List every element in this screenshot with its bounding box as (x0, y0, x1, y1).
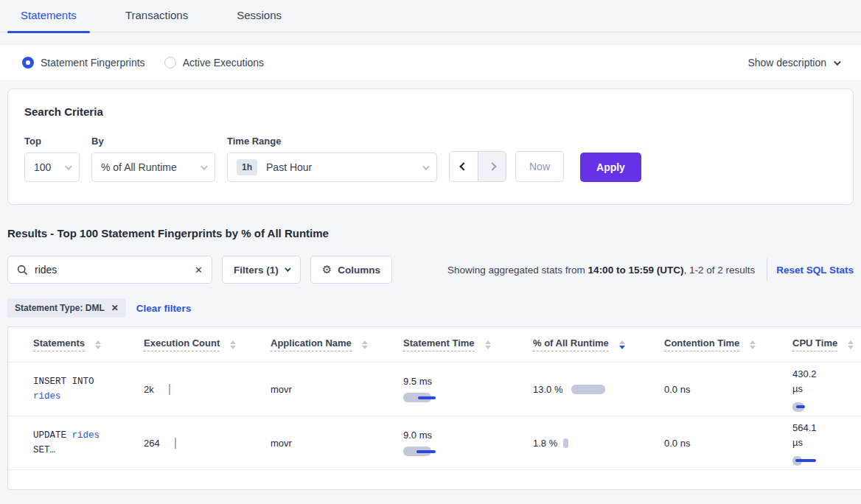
cpu-time-cell: 430.2 µs (792, 367, 859, 412)
statement-link[interactable]: rides (72, 430, 100, 441)
contention-time-cell: 0.0 ns (664, 384, 792, 395)
apply-button[interactable]: Apply (580, 153, 641, 182)
divider (767, 259, 767, 281)
execution-count-bar (175, 438, 176, 449)
sort-icons[interactable] (485, 340, 491, 349)
search-criteria-panel: Search Criteria Top 100 By % of All Runt… (7, 88, 854, 205)
chevron-down-icon (834, 58, 841, 66)
by-value: % of All Runtime (101, 161, 177, 173)
panel-title: Search Criteria (24, 105, 837, 118)
column-header-pct-all-runtime[interactable]: % of All Runtime (533, 337, 664, 351)
pct-runtime-cell: 13.0 % (533, 382, 664, 396)
column-header-cpu-time[interactable]: CPU Time (792, 337, 859, 351)
table-row: INSERT INTO rides 2k movr 9.5 ms 13.0 % … (8, 363, 861, 416)
time-range-select[interactable]: 1h Past Hour (227, 153, 437, 182)
filters-button[interactable]: Filters (1) (222, 256, 301, 284)
time-range-value: Past Hour (266, 161, 312, 173)
time-range-badge: 1h (237, 159, 257, 175)
execution-count-cell: 2k (144, 384, 271, 395)
cpu-time-bar (792, 456, 859, 466)
chevron-left-icon (459, 162, 467, 170)
tab-transactions[interactable]: Transactions (125, 0, 188, 32)
sort-icons[interactable] (848, 340, 854, 349)
sort-icons[interactable] (230, 340, 236, 349)
application-name-cell: movr (271, 438, 403, 449)
statements-table: Statements Execution Count Application N… (7, 326, 861, 490)
statement-fingerprint-cell[interactable]: UPDATE rides SET… (33, 428, 144, 458)
top-select[interactable]: 100 (24, 153, 80, 182)
filter-chip-statement-type[interactable]: Statement Type: DML ✕ (7, 298, 126, 318)
stats-summary: Showing aggregated stats from 14:00 to 1… (447, 265, 755, 276)
column-header-application-name[interactable]: Application Name (271, 337, 403, 351)
top-field: Top 100 (24, 136, 80, 182)
tab-sessions[interactable]: Sessions (237, 0, 282, 32)
show-description-label: Show description (747, 57, 826, 69)
column-header-contention-time[interactable]: Contention Time (664, 337, 792, 351)
column-header-execution-count[interactable]: Execution Count (144, 337, 271, 351)
statement-link[interactable]: rides (33, 391, 61, 402)
remove-filter-icon[interactable]: ✕ (111, 303, 119, 313)
chevron-right-icon (488, 162, 496, 170)
chevron-down-icon (201, 163, 208, 170)
top-value: 100 (34, 161, 51, 173)
statement-time-cell: 9.0 ms (403, 430, 533, 456)
show-description-toggle[interactable]: Show description (747, 57, 839, 69)
radio-selected-icon (22, 57, 34, 69)
radio-label: Statement Fingerprints (41, 57, 145, 69)
view-toggle-bar: Statement Fingerprints Active Executions… (0, 44, 861, 81)
radio-unselected-icon (164, 57, 176, 69)
clear-filters-link[interactable]: Clear filters (136, 303, 191, 314)
gear-icon: ⚙ (322, 263, 332, 276)
chevron-down-icon (65, 163, 72, 170)
top-tab-bar: Statements Transactions Sessions (0, 0, 861, 32)
chevron-down-icon (285, 265, 290, 271)
filter-chip-row: Statement Type: DML ✕ Clear filters (7, 298, 854, 318)
time-nav-arrows (449, 151, 506, 182)
by-select[interactable]: % of All Runtime (91, 153, 215, 182)
radio-active-executions[interactable]: Active Executions (164, 57, 265, 69)
column-header-statements[interactable]: Statements (33, 337, 144, 351)
sort-icons[interactable] (750, 340, 756, 349)
table-row: UPDATE rides SET… 264 movr 9.0 ms 1.8 % … (8, 416, 861, 470)
cpu-time-bar (792, 402, 859, 412)
statement-fingerprint-cell[interactable]: INSERT INTO rides (33, 374, 144, 404)
tab-statements[interactable]: Statements (21, 0, 77, 32)
prev-time-button[interactable] (450, 152, 478, 181)
execution-count-cell: 264 (144, 438, 271, 449)
cpu-time-cell: 564.1 µs (792, 421, 859, 466)
contention-time-cell: 0.0 ns (664, 438, 792, 449)
radio-statement-fingerprints[interactable]: Statement Fingerprints (22, 57, 145, 69)
results-title: Results - Top 100 Statement Fingerprints… (7, 227, 854, 239)
table-header-row: Statements Execution Count Application N… (8, 327, 861, 363)
statement-time-cell: 9.5 ms (403, 376, 533, 402)
time-range-label: Time Range (227, 136, 437, 147)
sort-icons[interactable] (362, 340, 368, 349)
top-label: Top (24, 136, 80, 147)
columns-button[interactable]: ⚙ Columns (310, 256, 392, 284)
chevron-down-icon (422, 163, 430, 170)
statement-time-bar (403, 393, 533, 402)
by-label: By (91, 136, 215, 147)
search-icon (17, 265, 28, 276)
radio-label: Active Executions (183, 57, 265, 69)
time-range-field: Time Range 1h Past Hour (227, 136, 437, 182)
column-header-statement-time[interactable]: Statement Time (403, 337, 533, 351)
pct-runtime-bar (571, 385, 605, 394)
columns-label: Columns (338, 265, 380, 276)
clear-search-icon[interactable]: ✕ (195, 265, 203, 276)
search-input[interactable] (35, 264, 195, 276)
application-name-cell: movr (271, 384, 403, 395)
by-field: By % of All Runtime (91, 136, 215, 182)
sort-icons[interactable] (95, 340, 101, 349)
results-toolbar: ✕ Filters (1) ⚙ Columns Showing aggregat… (7, 256, 854, 284)
pct-runtime-cell: 1.8 % (533, 436, 664, 450)
filters-label: Filters (1) (234, 265, 279, 276)
statement-time-bar (403, 447, 533, 456)
now-button[interactable]: Now (515, 151, 564, 182)
execution-count-bar (169, 384, 170, 395)
next-time-button[interactable] (478, 152, 506, 181)
search-box[interactable]: ✕ (7, 256, 212, 284)
sort-icons-active-desc[interactable] (619, 340, 625, 349)
pct-runtime-bar (563, 438, 568, 448)
reset-sql-stats-link[interactable]: Reset SQL Stats (776, 265, 854, 276)
